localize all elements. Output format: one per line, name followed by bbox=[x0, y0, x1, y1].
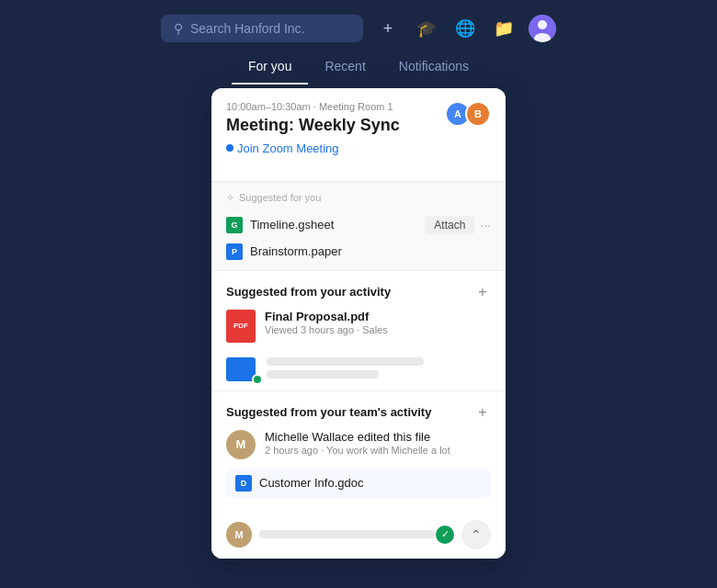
doc-meta: Viewed 3 hours ago · Sales bbox=[265, 324, 491, 335]
join-dot bbox=[226, 144, 233, 152]
sparkle-icon: ✧ bbox=[226, 192, 234, 204]
team-activity-header: Suggested from your team's activity + bbox=[226, 404, 491, 421]
bottom-placeholder-bar bbox=[259, 530, 436, 538]
attendee-avatar-2: B bbox=[465, 101, 491, 127]
folder-bar-1 bbox=[267, 357, 424, 366]
file-row-gsheet: G Timeline.gsheet Attach ··· bbox=[226, 211, 491, 239]
meeting-meta: 10:00am–10:30am · Meeting Room 1 bbox=[226, 101, 400, 112]
bottom-row: M ✓ ⌃ bbox=[211, 516, 506, 559]
nav-tabs: For you Recent Notifications bbox=[0, 51, 717, 85]
meeting-info: 10:00am–10:30am · Meeting Room 1 Meeting… bbox=[226, 101, 400, 164]
doc-info: Final Proposal.pdf Viewed 3 hours ago · … bbox=[265, 310, 491, 335]
join-zoom-link[interactable]: Join Zoom Meeting bbox=[226, 141, 400, 155]
user-avatar[interactable] bbox=[529, 15, 556, 42]
activity-section: Suggested from your activity + PDF Final… bbox=[211, 270, 506, 390]
suggested-label-text: Suggested for you bbox=[239, 192, 321, 203]
gdoc-row: D Customer Info.gdoc bbox=[226, 469, 491, 498]
file-gsheet-left: G Timeline.gsheet bbox=[226, 217, 334, 233]
main-panel: 10:00am–10:30am · Meeting Room 1 Meeting… bbox=[211, 88, 506, 559]
person-info: Michelle Wallace edited this file 2 hour… bbox=[265, 430, 491, 456]
attach-button[interactable]: Attach bbox=[425, 216, 474, 234]
svg-point-1 bbox=[538, 20, 547, 29]
gsheet-icon: G bbox=[226, 217, 243, 233]
tab-for-you[interactable]: For you bbox=[232, 51, 308, 85]
team-activity-title: Suggested from your team's activity bbox=[226, 405, 431, 419]
team-activity-section: Suggested from your team's activity + M … bbox=[211, 390, 506, 516]
suggested-for-you-section: ✧ Suggested for you G Timeline.gsheet At… bbox=[211, 182, 506, 270]
paper-filename: Brainstorm.paper bbox=[250, 244, 342, 258]
person-meta: 2 hours ago · You work with Michelle a l… bbox=[265, 445, 491, 456]
suggested-label: ✧ Suggested for you bbox=[226, 192, 491, 204]
gdoc-icon: D bbox=[235, 475, 252, 492]
top-bar: ⚲ Search Hanford Inc. + 🎓 🌐 📁 bbox=[0, 0, 717, 51]
gdoc-name: Customer Info.gdoc bbox=[259, 476, 363, 490]
more-options-icon[interactable]: ··· bbox=[480, 218, 491, 232]
check-icon: ✓ bbox=[436, 526, 454, 544]
folder-badge bbox=[226, 352, 259, 381]
meeting-title: Meeting: Weekly Sync bbox=[226, 116, 400, 136]
activity-add-icon[interactable]: + bbox=[474, 284, 491, 300]
graduation-cap-icon[interactable]: 🎓 bbox=[413, 15, 440, 42]
paper-icon: P bbox=[226, 243, 243, 260]
bottom-left: M bbox=[226, 522, 436, 548]
gsheet-filename: Timeline.gsheet bbox=[250, 218, 334, 232]
folder-row bbox=[226, 352, 491, 381]
person-row: M Michelle Wallace edited this file 2 ho… bbox=[226, 430, 491, 459]
folder-bar-2 bbox=[267, 370, 379, 379]
search-input-label: Search Hanford Inc. bbox=[190, 21, 305, 36]
meeting-card: 10:00am–10:30am · Meeting Room 1 Meeting… bbox=[211, 88, 506, 182]
search-icon: ⚲ bbox=[174, 21, 183, 36]
activity-title: Suggested from your activity bbox=[226, 285, 391, 299]
doc-name: Final Proposal.pdf bbox=[265, 310, 491, 323]
doc-row: PDF Final Proposal.pdf Viewed 3 hours ag… bbox=[226, 310, 491, 343]
globe-icon[interactable]: 🌐 bbox=[451, 15, 479, 42]
tab-notifications[interactable]: Notifications bbox=[382, 51, 485, 85]
bottom-avatar: M bbox=[226, 522, 252, 548]
gsheet-actions: Attach ··· bbox=[425, 216, 491, 234]
folder-placeholder bbox=[267, 355, 491, 379]
team-activity-add-icon[interactable]: + bbox=[474, 404, 491, 421]
add-icon[interactable]: + bbox=[374, 15, 402, 42]
pdf-badge: PDF bbox=[226, 310, 256, 343]
activity-header: Suggested from your activity + bbox=[226, 284, 491, 300]
meeting-attendees: A B bbox=[445, 101, 491, 127]
file-paper-left: P Brainstorm.paper bbox=[226, 243, 342, 260]
tab-recent[interactable]: Recent bbox=[308, 51, 381, 85]
folder-icon[interactable]: 📁 bbox=[490, 15, 518, 42]
meeting-header: 10:00am–10:30am · Meeting Room 1 Meeting… bbox=[226, 101, 491, 164]
chevron-up-button[interactable]: ⌃ bbox=[461, 520, 491, 549]
file-row-paper: P Brainstorm.paper bbox=[226, 239, 491, 265]
person-action: Michelle Wallace edited this file bbox=[265, 430, 491, 444]
join-zoom-label: Join Zoom Meeting bbox=[237, 141, 339, 155]
person-avatar: M bbox=[226, 430, 256, 459]
folder-green-dot bbox=[252, 374, 263, 385]
search-box[interactable]: ⚲ Search Hanford Inc. bbox=[161, 15, 363, 42]
